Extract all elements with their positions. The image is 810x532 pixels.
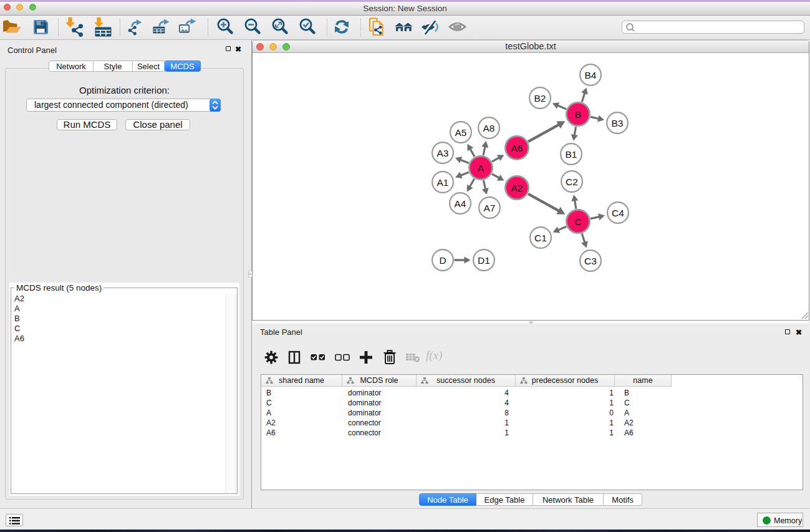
svg-text:D1: D1	[478, 255, 490, 266]
svg-text:A4: A4	[455, 198, 466, 209]
svg-text:A: A	[478, 163, 485, 173]
svg-text:B4: B4	[585, 70, 597, 80]
svg-text:A3: A3	[437, 148, 449, 158]
svg-text:B3: B3	[612, 118, 624, 128]
svg-text:C2: C2	[566, 177, 578, 187]
svg-text:A5: A5	[455, 127, 467, 138]
svg-text:B: B	[575, 109, 581, 120]
svg-text:A6: A6	[511, 143, 523, 153]
svg-text:A1: A1	[437, 177, 449, 188]
svg-text:C: C	[574, 216, 581, 227]
svg-text:A8: A8	[483, 123, 495, 133]
svg-text:B2: B2	[534, 93, 546, 104]
svg-text:C4: C4	[612, 208, 624, 218]
svg-text:D: D	[439, 255, 446, 266]
svg-text:C3: C3	[584, 256, 597, 266]
svg-text:C1: C1	[534, 233, 547, 243]
svg-text:A2: A2	[511, 183, 523, 193]
svg-text:A7: A7	[484, 203, 496, 213]
svg-text:B1: B1	[566, 149, 577, 160]
